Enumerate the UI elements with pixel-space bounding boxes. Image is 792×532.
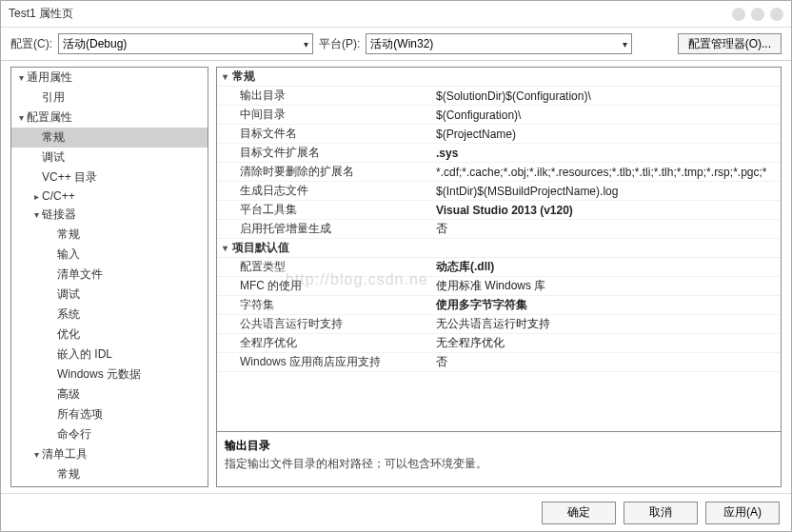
description-body: 指定输出文件目录的相对路径；可以包含环境变量。 <box>225 456 773 472</box>
tree-node[interactable]: 输入和输出 <box>11 484 208 487</box>
tree-node[interactable]: 调试 <box>11 285 208 305</box>
nav-tree[interactable]: ▾通用属性引用▾配置属性常规调试VC++ 目录▸C/C++▾链接器常规输入清单文… <box>10 67 208 487</box>
grid-row[interactable]: 清除时要删除的扩展名*.cdf;*.cache;*.obj;*.ilk;*.re… <box>217 163 781 182</box>
tree-node-label: 所有选项 <box>57 406 103 423</box>
grid-row-value[interactable]: $(IntDir)$(MSBuildProjectName).log <box>436 185 781 198</box>
grid-section-header[interactable]: ▾项目默认值 <box>217 239 781 258</box>
grid-row-value[interactable]: 无公共语言运行时支持 <box>436 316 781 332</box>
grid-row-key: 公共语言运行时支持 <box>217 316 436 332</box>
tree-node[interactable]: 调试 <box>11 148 208 167</box>
tree-node[interactable]: ▾链接器 <box>11 205 208 225</box>
tree-node-label: 系统 <box>57 306 80 323</box>
grid-row-value[interactable]: $(ProjectName) <box>436 128 781 141</box>
tree-node-label: 常规 <box>57 227 80 243</box>
grid-row[interactable]: 目标文件名$(ProjectName) <box>217 125 781 144</box>
grid-row-key: 输出目录 <box>217 88 436 104</box>
ok-button[interactable]: 确定 <box>542 502 616 524</box>
grid-row-key: 目标文件扩展名 <box>217 145 436 161</box>
grid-row-key: 启用托管增量生成 <box>217 221 436 237</box>
grid-row-key: 中间目录 <box>217 107 436 123</box>
tree-node-label: Windows 元数据 <box>57 366 141 383</box>
grid-row[interactable]: 公共语言运行时支持无公共语言运行时支持 <box>217 315 781 334</box>
tree-node[interactable]: 常规 <box>11 128 208 148</box>
tree-node[interactable]: ▾清单工具 <box>11 444 208 464</box>
grid-row-value[interactable]: Visual Studio 2013 (v120) <box>436 204 781 217</box>
grid-row-value[interactable]: 使用标准 Windows 库 <box>436 278 781 294</box>
tree-node-label: 常规 <box>42 129 65 146</box>
expander-open-icon[interactable]: ▾ <box>15 72 27 83</box>
grid-row-key: 字符集 <box>217 297 436 313</box>
grid-row[interactable]: 全程序优化无全程序优化 <box>217 334 781 353</box>
body: ▾通用属性引用▾配置属性常规调试VC++ 目录▸C/C++▾链接器常规输入清单文… <box>1 60 791 493</box>
grid-row[interactable]: 输出目录$(SolutionDir)$(Configuration)\ <box>217 87 781 106</box>
tree-node[interactable]: ▾配置属性 <box>11 108 208 128</box>
expander-open-icon[interactable]: ▾ <box>15 112 27 123</box>
apply-button[interactable]: 应用(A) <box>705 502 780 524</box>
tree-node-label: 清单工具 <box>42 446 88 463</box>
tree-node-label: 调试 <box>42 149 65 166</box>
grid-row[interactable]: 中间目录$(Configuration)\ <box>217 106 781 125</box>
grid-row-value[interactable]: .sys <box>436 147 781 160</box>
config-label: 配置(C): <box>10 36 52 52</box>
tree-node-label: 输入 <box>57 246 80 263</box>
cancel-button[interactable]: 取消 <box>624 502 698 524</box>
tree-node[interactable]: 引用 <box>11 88 208 108</box>
tree-node-label: 嵌入的 IDL <box>57 346 112 363</box>
tree-node[interactable]: Windows 元数据 <box>11 365 208 384</box>
tree-node-label: 常规 <box>57 466 80 483</box>
maximize-icon[interactable] <box>751 8 764 21</box>
grid-row-value[interactable]: 动态库(.dll) <box>436 259 781 275</box>
grid-row-value[interactable]: *.cdf;*.cache;*.obj;*.ilk;*.resources;*.… <box>436 166 781 179</box>
grid-row[interactable]: Windows 应用商店应用支持否 <box>217 353 781 372</box>
grid-row[interactable]: MFC 的使用使用标准 Windows 库 <box>217 277 781 296</box>
grid-row-key: 全程序优化 <box>217 335 436 351</box>
tree-node[interactable]: 常规 <box>11 464 208 484</box>
grid-row-value[interactable]: $(Configuration)\ <box>436 108 781 122</box>
window-title: Test1 属性页 <box>9 6 726 22</box>
grid-row[interactable]: 平台工具集Visual Studio 2013 (v120) <box>217 201 781 220</box>
tree-node[interactable]: 高级 <box>11 384 208 404</box>
property-grid[interactable]: ▾常规输出目录$(SolutionDir)$(Configuration)\中间… <box>216 67 782 432</box>
tree-node[interactable]: 命令行 <box>11 424 208 444</box>
grid-row-value[interactable]: 否 <box>436 221 781 237</box>
tree-node[interactable]: 系统 <box>11 305 208 325</box>
grid-row-value[interactable]: 无全程序优化 <box>436 335 781 351</box>
tree-node-label: 配置属性 <box>27 109 72 126</box>
tree-node[interactable]: 常规 <box>11 225 208 245</box>
platform-select[interactable]: 活动(Win32) ▾ <box>366 33 632 54</box>
expander-open-icon: ▾ <box>217 243 232 253</box>
tree-node[interactable]: 所有选项 <box>11 404 208 424</box>
tree-node-label: 调试 <box>57 286 80 303</box>
grid-row-key: 清除时要删除的扩展名 <box>217 164 436 180</box>
tree-node[interactable]: ▸C/C++ <box>11 187 208 205</box>
grid-row-value[interactable]: $(SolutionDir)$(Configuration)\ <box>436 89 781 103</box>
minimize-icon[interactable] <box>732 8 745 21</box>
grid-row-value[interactable]: 否 <box>436 354 781 370</box>
tree-node[interactable]: 嵌入的 IDL <box>11 345 208 365</box>
grid-section-header[interactable]: ▾常规 <box>217 68 781 87</box>
expander-closed-icon[interactable]: ▸ <box>30 191 42 202</box>
grid-row[interactable]: 目标文件扩展名.sys <box>217 144 781 163</box>
tree-node[interactable]: ▾通用属性 <box>11 68 208 88</box>
grid-row[interactable]: 生成日志文件$(IntDir)$(MSBuildProjectName).log <box>217 182 781 201</box>
expander-open-icon[interactable]: ▾ <box>30 209 42 220</box>
grid-section-title: 常规 <box>232 69 255 85</box>
config-manager-button[interactable]: 配置管理器(O)... <box>678 33 782 54</box>
tree-node[interactable]: 清单文件 <box>11 265 208 285</box>
tree-node[interactable]: VC++ 目录 <box>11 167 208 187</box>
close-icon[interactable] <box>770 8 783 21</box>
grid-row[interactable]: 配置类型动态库(.dll) <box>217 258 781 277</box>
tree-node-label: 通用属性 <box>27 69 72 86</box>
tree-node[interactable]: 输入 <box>11 245 208 265</box>
grid-row-key: 生成日志文件 <box>217 183 436 199</box>
config-select[interactable]: 活动(Debug) ▾ <box>58 33 313 54</box>
tree-node-label: 清单文件 <box>57 266 103 283</box>
toolbar: 配置(C): 活动(Debug) ▾ 平台(P): 活动(Win32) ▾ 配置… <box>1 28 791 60</box>
platform-label: 平台(P): <box>319 36 360 52</box>
grid-row[interactable]: 字符集使用多字节字符集 <box>217 296 781 315</box>
grid-row-value[interactable]: 使用多字节字符集 <box>436 297 781 313</box>
expander-open-icon[interactable]: ▾ <box>30 449 42 460</box>
grid-row[interactable]: 启用托管增量生成否 <box>217 220 781 239</box>
tree-node[interactable]: 优化 <box>11 325 208 345</box>
tree-node-label: 优化 <box>57 326 80 343</box>
